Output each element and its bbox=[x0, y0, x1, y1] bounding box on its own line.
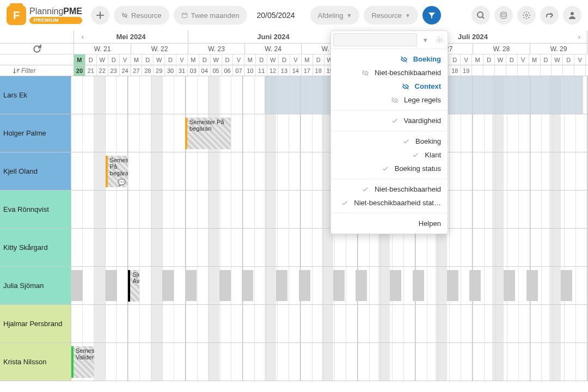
date-input[interactable] bbox=[252, 6, 306, 24]
filter-option[interactable]: Context bbox=[331, 79, 448, 93]
resource-label[interactable]: Holger Palme bbox=[0, 114, 71, 152]
eye-off-icon bbox=[121, 12, 128, 19]
booking-event[interactable]: Sjukdom Avvisad bbox=[128, 270, 139, 302]
day-letter: V bbox=[176, 54, 188, 65]
check-icon bbox=[341, 199, 350, 207]
resource-label[interactable]: Kitty Skårgard bbox=[0, 229, 71, 266]
filter-input[interactable] bbox=[21, 67, 70, 75]
date-number bbox=[495, 65, 506, 76]
day-letter: M bbox=[472, 54, 483, 65]
logo-badge: PREMIUM bbox=[29, 17, 82, 24]
day-letter: W bbox=[97, 54, 108, 65]
filter-option-label: Vaardigheid bbox=[404, 117, 441, 125]
date-number: 03 bbox=[188, 65, 199, 76]
settings-button[interactable] bbox=[517, 6, 536, 24]
day-letter: D bbox=[165, 54, 176, 65]
date-number: 18 bbox=[449, 65, 461, 76]
popover-search-input[interactable] bbox=[333, 33, 417, 46]
date-number: 29 bbox=[154, 65, 165, 76]
day-letter: V bbox=[120, 54, 131, 65]
share-icon bbox=[545, 11, 554, 20]
funnel-icon bbox=[427, 11, 436, 20]
date-number: 06 bbox=[222, 65, 234, 76]
afdeling-label: Afdeling bbox=[318, 11, 344, 20]
filter-option-label: Lege regels bbox=[404, 96, 441, 104]
chevron-down-icon: ▼ bbox=[405, 13, 411, 19]
date-number: 13 bbox=[279, 65, 290, 76]
resource-row: Eva Rönnqvist bbox=[0, 191, 588, 229]
date-number bbox=[563, 65, 574, 76]
popover-gear-icon[interactable] bbox=[433, 34, 445, 46]
day-letter: M bbox=[188, 54, 199, 65]
week-header: W. 24 bbox=[245, 44, 302, 54]
filter-option[interactable]: Niet-beschikbaarheid bbox=[331, 182, 448, 196]
add-button[interactable] bbox=[91, 6, 109, 24]
weeks-header: W. 21W. 22W. 23W. 24W. 25W. 26W. 27W. 28… bbox=[0, 44, 588, 54]
date-number bbox=[552, 65, 563, 76]
share-button[interactable] bbox=[540, 6, 559, 24]
resource-label[interactable]: Eva Rönnqvist bbox=[0, 191, 71, 228]
resource-label[interactable]: Kjell Oland bbox=[0, 152, 71, 190]
filter-option[interactable]: Boeking bbox=[331, 134, 448, 148]
date-number: 21 bbox=[85, 65, 97, 76]
date-number: 14 bbox=[290, 65, 302, 76]
day-letter: W bbox=[211, 54, 222, 65]
dates-row: 2021222324272829303103040506071011121314… bbox=[0, 65, 588, 76]
date-number: 20 bbox=[74, 65, 85, 76]
date-number: 11 bbox=[256, 65, 267, 76]
day-letter: M bbox=[302, 54, 313, 65]
resource-label[interactable]: Julia Sjöman bbox=[0, 267, 71, 304]
resource-label[interactable]: Krista Nilsson bbox=[0, 343, 71, 381]
day-letter: M bbox=[74, 54, 85, 65]
sort-icon[interactable] bbox=[11, 66, 21, 76]
popover-chevron-down-icon[interactable]: ▾ bbox=[419, 34, 431, 46]
filter-option[interactable]: Niet-beschikbaarheid stat… bbox=[331, 196, 448, 210]
date-number: 27 bbox=[131, 65, 142, 76]
day-letter: D bbox=[313, 54, 324, 65]
resource2-label: Resource bbox=[371, 11, 402, 20]
date-number bbox=[529, 65, 541, 76]
day-letter: V bbox=[574, 54, 586, 65]
resource-row: Kitty Skårgard bbox=[0, 229, 588, 267]
user-button[interactable] bbox=[563, 6, 581, 24]
resource-label[interactable]: Lars Ek bbox=[0, 76, 71, 114]
day-letter: D bbox=[483, 54, 495, 65]
day-letter: D bbox=[279, 54, 290, 65]
filter-option[interactable]: Klant bbox=[331, 148, 448, 162]
logo-icon: F bbox=[7, 5, 26, 25]
day-letter: D bbox=[541, 54, 552, 65]
filter-option[interactable]: Helpen bbox=[331, 217, 448, 230]
filter-option[interactable]: Lege regels bbox=[331, 93, 448, 107]
date-number bbox=[506, 65, 518, 76]
filter-option[interactable]: Boeking status bbox=[331, 162, 448, 175]
schedule-grid[interactable]: Lars EkHolger PalmeSemester På begäranKj… bbox=[0, 76, 588, 381]
resource-dropdown[interactable]: Resource bbox=[114, 6, 169, 24]
data-button[interactable] bbox=[494, 6, 513, 24]
date-number: 23 bbox=[108, 65, 120, 76]
booking-event[interactable]: Semester Validerad bbox=[71, 346, 94, 378]
day-letter: W bbox=[154, 54, 165, 65]
day-letters-row: MDWDVMDWDVMDWDVMDWDVMDWDVMDWDVMDWDVMDWDV… bbox=[0, 54, 588, 65]
filter-option[interactable]: Niet-beschikbaarheid bbox=[331, 66, 448, 79]
period-dropdown[interactable]: Twee maanden bbox=[174, 6, 247, 24]
months-header: ‹ › Mei 2024Juni 2024Juli 2024 bbox=[0, 30, 588, 44]
date-number: 31 bbox=[176, 65, 188, 76]
filter-option-label: Boeking status bbox=[395, 164, 441, 173]
search-button[interactable] bbox=[471, 6, 490, 24]
filter-option[interactable]: Boeking bbox=[331, 52, 448, 66]
filter-option-label: Niet-beschikbaarheid bbox=[375, 185, 441, 193]
resource-label[interactable]: Hjalmar Persbrand bbox=[0, 305, 71, 342]
booking-event[interactable]: Semester På begäran💬 bbox=[106, 156, 128, 187]
afdeling-dropdown[interactable]: Afdeling ▼ bbox=[310, 6, 360, 24]
filter-option[interactable]: Vaardigheid bbox=[331, 114, 448, 127]
refresh-icon[interactable] bbox=[32, 44, 42, 54]
resource2-dropdown[interactable]: Resource ▼ bbox=[364, 6, 418, 24]
filter-button[interactable] bbox=[422, 6, 441, 24]
booking-event[interactable]: Semester På begäran bbox=[185, 118, 231, 149]
svg-rect-0 bbox=[182, 13, 187, 17]
date-number: 04 bbox=[199, 65, 211, 76]
comment-icon: 💬 bbox=[118, 179, 126, 186]
week-header: W. 21 bbox=[74, 44, 131, 54]
day-letter: D bbox=[506, 54, 518, 65]
check-icon bbox=[382, 165, 390, 173]
